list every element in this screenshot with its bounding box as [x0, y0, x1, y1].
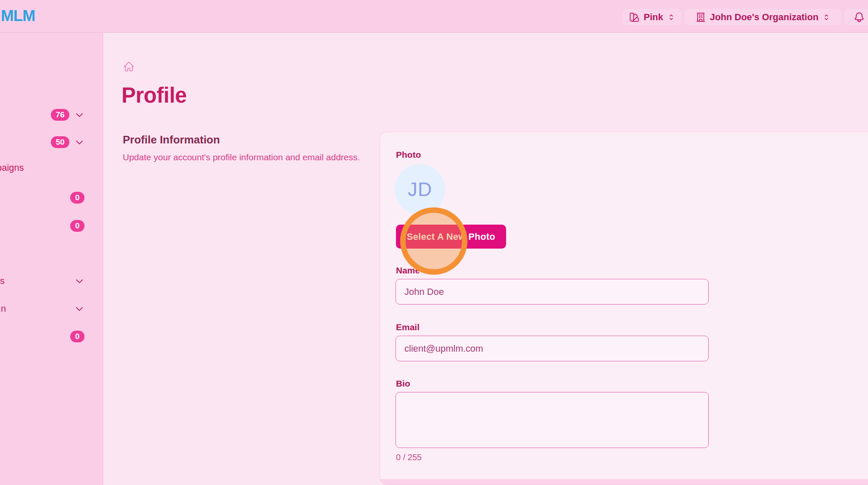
- sidebar-item-campaigns[interactable]: paigns: [0, 162, 24, 173]
- chevron-up-down-icon: [667, 13, 675, 21]
- theme-selector-label: Pink: [644, 12, 663, 23]
- avatar-initials: JD: [408, 178, 432, 201]
- card-footer-band: [380, 479, 868, 485]
- topbar: MLM Pink John Doe's Organization: [0, 0, 868, 33]
- organization-selector-button[interactable]: John Doe's Organization: [685, 9, 841, 25]
- app-logo[interactable]: MLM: [1, 7, 35, 25]
- page-title: Profile: [121, 83, 187, 108]
- chevron-up-down-icon: [822, 13, 831, 21]
- notifications-button[interactable]: [844, 9, 868, 25]
- email-label: Email: [396, 322, 419, 332]
- email-input[interactable]: [396, 336, 709, 361]
- theme-selector-button[interactable]: Pink: [623, 9, 681, 25]
- breadcrumb-home-icon[interactable]: [123, 61, 135, 72]
- sidebar-badge: 0: [70, 331, 84, 342]
- sidebar-badge: 0: [70, 192, 84, 204]
- sidebar-badge: 50: [51, 136, 69, 148]
- name-input[interactable]: [396, 279, 709, 305]
- profile-form-card: Photo JD Select A New Photo Name Email B…: [380, 132, 868, 485]
- organization-selector-label: John Doe's Organization: [710, 12, 818, 23]
- chevron-down-icon[interactable]: [75, 276, 84, 286]
- name-label: Name: [396, 265, 420, 276]
- bio-textarea[interactable]: [396, 392, 709, 448]
- select-new-photo-button[interactable]: Select A New Photo: [396, 225, 506, 249]
- section-description: Update your account's profile informatio…: [123, 152, 360, 162]
- main-content: Profile Profile Information Update your …: [103, 33, 868, 485]
- chevron-down-icon[interactable]: [75, 304, 84, 313]
- sidebar: 76 50 paigns 0 0 s n 0: [0, 33, 103, 485]
- swatch-icon: [629, 12, 640, 23]
- building-icon: [695, 12, 706, 23]
- sidebar-item-label[interactable]: s: [0, 276, 5, 286]
- chevron-down-icon[interactable]: [75, 110, 84, 119]
- photo-label: Photo: [396, 150, 421, 160]
- avatar: JD: [395, 164, 445, 215]
- bell-icon: [853, 11, 865, 23]
- chevron-down-icon[interactable]: [75, 138, 84, 147]
- sidebar-item-label[interactable]: n: [1, 303, 6, 314]
- sidebar-badge: 76: [51, 109, 69, 121]
- bio-character-counter: 0 / 255: [396, 453, 422, 462]
- bio-label: Bio: [396, 379, 410, 389]
- section-title: Profile Information: [123, 133, 220, 146]
- sidebar-badge: 0: [70, 220, 84, 232]
